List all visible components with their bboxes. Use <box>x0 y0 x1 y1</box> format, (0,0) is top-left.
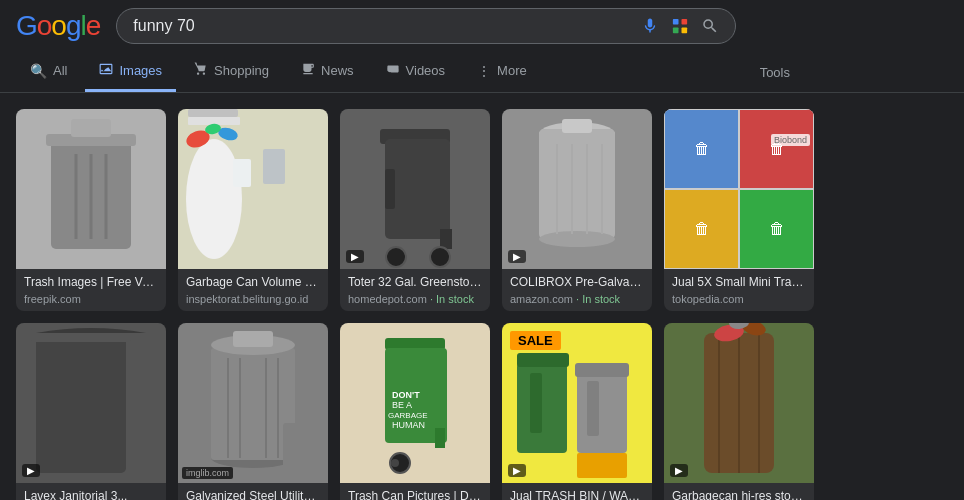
card-badge-9: ▶ <box>508 464 526 477</box>
imglib-badge: imglib.com <box>182 467 233 479</box>
result-card-3[interactable]: ▶ Toter 32 Gal. Greenstone Trash Ca... h… <box>340 109 490 311</box>
svg-rect-20 <box>440 229 452 249</box>
card-title-1: Trash Images | Free Vect... <box>24 275 158 291</box>
svg-rect-55 <box>577 373 627 453</box>
tab-images[interactable]: Images <box>85 52 176 92</box>
tab-shopping[interactable]: Shopping <box>180 52 283 92</box>
svg-rect-17 <box>263 149 285 184</box>
images-icon <box>99 62 113 79</box>
shopping-icon <box>194 62 208 79</box>
svg-rect-56 <box>575 363 629 377</box>
tab-videos-label: Videos <box>406 63 446 78</box>
tab-all-label: All <box>53 63 67 78</box>
svg-rect-10 <box>188 109 238 117</box>
svg-text:HUMAN: HUMAN <box>392 420 425 430</box>
svg-rect-3 <box>682 28 688 34</box>
tab-news[interactable]: News <box>287 52 368 92</box>
tab-all[interactable]: 🔍 All <box>16 53 81 92</box>
result-card-6[interactable]: ▶ Lavex Janitorial 3... webrestaurantsto… <box>16 323 166 500</box>
tab-more-label: More <box>497 63 527 78</box>
lens-button[interactable] <box>671 17 689 35</box>
svg-rect-58 <box>577 453 627 478</box>
svg-text:GARBAGE: GARBAGE <box>388 411 428 420</box>
tab-images-label: Images <box>119 63 162 78</box>
card-source-2: inspektorat.belitung.go.id <box>186 293 320 305</box>
result-card-9[interactable]: SALE ▶ Jual TRASH BIN / WASTE BIN raphae… <box>502 323 652 500</box>
svg-rect-32 <box>36 333 126 473</box>
svg-point-12 <box>186 139 242 259</box>
biobond-label: Biobond <box>771 134 810 146</box>
svg-text:BE A: BE A <box>392 400 412 410</box>
videos-icon <box>386 62 400 79</box>
tools-button[interactable]: Tools <box>746 55 804 90</box>
svg-rect-54 <box>530 373 542 433</box>
search-button[interactable] <box>701 17 719 35</box>
svg-point-22 <box>430 247 450 267</box>
svg-rect-42 <box>283 423 318 483</box>
card-title-3: Toter 32 Gal. Greenstone Trash Ca... <box>348 275 482 291</box>
tools-label: Tools <box>760 65 790 80</box>
news-icon <box>301 62 315 79</box>
header: Google <box>0 0 964 52</box>
more-dots-icon: ⋮ <box>477 63 491 79</box>
result-card-10[interactable]: ▶ Garbagecan hi-res stoc... <box>664 323 814 500</box>
svg-rect-57 <box>587 381 599 436</box>
mic-button[interactable] <box>641 17 659 35</box>
card-title-10: Garbagecan hi-res stoc... <box>672 489 806 500</box>
result-card-1[interactable]: Trash Images | Free Vect... freepik.com <box>16 109 166 311</box>
tab-shopping-label: Shopping <box>214 63 269 78</box>
card-badge-10: ▶ <box>670 464 688 477</box>
result-card-7[interactable]: imglib.com Galvanized Steel Utility/... … <box>178 323 328 500</box>
svg-point-21 <box>386 247 406 267</box>
svg-rect-6 <box>71 119 111 137</box>
card-source-4: amazon.com · In stock <box>510 293 644 305</box>
google-logo: Google <box>16 10 100 42</box>
svg-rect-0 <box>673 19 679 25</box>
svg-point-26 <box>539 231 615 247</box>
card-badge-6: ▶ <box>22 464 40 477</box>
card-badge-3: ▶ <box>346 250 364 263</box>
svg-rect-53 <box>517 353 569 367</box>
tab-videos[interactable]: Videos <box>372 52 460 92</box>
card-title-8: Trash Can Pictures | Download... <box>348 489 482 500</box>
card-title-7: Galvanized Steel Utility/... <box>186 489 320 500</box>
svg-rect-23 <box>385 169 395 209</box>
card-badge-4: ▶ <box>508 250 526 263</box>
card-source-3: homedepot.com · In stock <box>348 293 482 305</box>
svg-rect-25 <box>539 129 615 239</box>
svg-rect-11 <box>188 117 240 125</box>
card-title-2: Garbage Can Volume Sale Dis... <box>186 275 320 291</box>
sale-badge: SALE <box>510 331 561 350</box>
card-source-1: freepik.com <box>24 293 158 305</box>
search-bar[interactable] <box>116 8 736 44</box>
svg-rect-2 <box>673 28 679 34</box>
card-title-5: Jual 5X Small Mini Trash Can ... <box>672 275 806 291</box>
search-input[interactable] <box>133 17 633 35</box>
result-card-5[interactable]: 🗑 🗑 🗑 🗑 Biobond Jual 5X Small Mini Trash… <box>664 109 814 311</box>
tab-news-label: News <box>321 63 354 78</box>
image-grid: Trash Images | Free Vect... freepik.com … <box>0 93 964 500</box>
svg-point-51 <box>391 459 399 467</box>
svg-rect-1 <box>682 19 688 25</box>
card-title-9: Jual TRASH BIN / WASTE BIN <box>510 489 644 500</box>
result-card-8[interactable]: DON'T BE A GARBAGE HUMAN Trash Can Pictu… <box>340 323 490 500</box>
svg-text:DON'T: DON'T <box>392 390 420 400</box>
all-icon: 🔍 <box>30 63 47 79</box>
tab-more[interactable]: ⋮ More <box>463 53 541 92</box>
nav-tabs: 🔍 All Images Shopping News Videos ⋮ More… <box>0 52 964 93</box>
result-card-2[interactable]: Garbage Can Volume Sale Dis... inspektor… <box>178 109 328 311</box>
result-card-4[interactable]: ▶ COLIBROX Pre-Galvani... amazon.com · I… <box>502 109 652 311</box>
svg-rect-16 <box>233 159 251 187</box>
card-title-6: Lavex Janitorial 3... <box>24 489 158 500</box>
svg-rect-49 <box>435 428 445 448</box>
svg-rect-27 <box>562 119 592 133</box>
svg-rect-37 <box>233 331 273 347</box>
card-source-5: tokopedia.com <box>672 293 806 305</box>
svg-rect-35 <box>211 348 295 460</box>
card-title-4: COLIBROX Pre-Galvani... <box>510 275 644 291</box>
